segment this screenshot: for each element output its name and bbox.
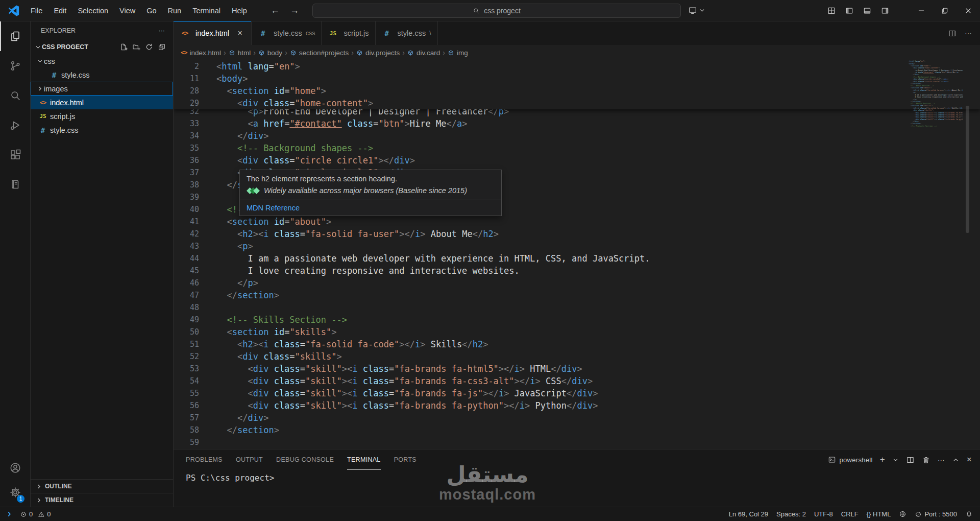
sticky-line: 29 <div class="home-content"> (174, 97, 980, 109)
new-terminal-icon[interactable]: + (880, 455, 885, 465)
panel-tab-output[interactable]: OUTPUT (236, 449, 263, 470)
code-line: 56 <div class="skill"><i class="fa-brand… (174, 399, 980, 412)
activity-explorer[interactable] (0, 21, 30, 51)
breadcrumb-item-section#projects[interactable]: section#projects (290, 49, 349, 57)
vscode-window: FileEditSelectionViewGoRunTerminalHelp ←… (0, 0, 980, 521)
status-ln-69-col-29[interactable]: Ln 69, Col 29 (729, 510, 768, 518)
tab-style.css[interactable]: #style.csscss (252, 21, 322, 45)
panel-left-icon[interactable] (843, 4, 856, 17)
status-port-5500[interactable]: Port : 5500 (915, 510, 957, 518)
status-bell-icon[interactable] (965, 510, 973, 518)
mdn-reference-link[interactable]: MDN Reference (240, 200, 501, 216)
breadcrumb-item-body[interactable]: body (258, 49, 282, 57)
layout-grid-icon[interactable] (825, 4, 838, 17)
breadcrumb-item-index.html[interactable]: <>index.html (181, 49, 221, 57)
activity-extensions[interactable] (0, 140, 30, 170)
tree-item-css[interactable]: css (31, 54, 173, 68)
status-utf-8[interactable]: UTF-8 (814, 510, 833, 518)
breadcrumb-item-div.projects[interactable]: div.projects (356, 49, 400, 57)
restore-icon[interactable] (933, 0, 957, 21)
sticky-line: 2<html lang="en"> (174, 60, 980, 73)
code-lines: 32 <p>Front-End Developer | Designer | F… (174, 109, 980, 449)
error-icon (20, 511, 27, 518)
bell-icon (965, 510, 973, 518)
line-number: 29 (174, 97, 199, 109)
code-line: 34 </div> (174, 130, 980, 142)
tree-item-script.js[interactable]: JSscript.js (31, 109, 173, 123)
breadcrumb-item-div.card[interactable]: div.card (407, 49, 440, 57)
editor-scrollbar[interactable] (966, 106, 969, 233)
maximize-panel-icon[interactable] (952, 456, 960, 464)
collapse-all-icon[interactable] (158, 43, 166, 51)
tab-style.css[interactable]: #style.css\ (376, 21, 438, 45)
more-actions-icon[interactable]: ··· (938, 456, 945, 464)
activity-run-debug[interactable] (0, 110, 30, 140)
panel-right-icon[interactable] (878, 4, 892, 17)
close-panel-icon[interactable]: × (967, 455, 972, 465)
activity-source-control[interactable] (0, 51, 30, 81)
kill-terminal-icon[interactable] (922, 456, 930, 464)
activity-search[interactable] (0, 81, 30, 110)
tree-item-images[interactable]: images (31, 82, 173, 96)
refresh-icon[interactable] (145, 43, 153, 51)
more-actions-icon[interactable]: ··· (159, 27, 165, 34)
chevron-down-icon[interactable] (892, 457, 899, 463)
menu-selection[interactable]: Selection (72, 5, 113, 17)
close-icon[interactable]: × (235, 29, 245, 38)
status-spaces-2[interactable]: Spaces: 2 (776, 510, 806, 518)
minimap[interactable]: <html lang="en"><body> <section id="home… (909, 60, 963, 449)
split-editor-icon[interactable] (948, 29, 957, 38)
line-number: 54 (174, 375, 199, 387)
problems-status[interactable]: 0 0 (20, 510, 51, 518)
menu-run[interactable]: Run (163, 5, 187, 17)
menu-view[interactable]: View (114, 5, 140, 17)
menu-go[interactable]: Go (141, 5, 161, 17)
status-crlf[interactable]: CRLF (841, 510, 859, 518)
sidebar-section-outline[interactable]: OUTLINE (31, 479, 173, 493)
new-folder-icon[interactable] (132, 43, 140, 51)
terminal-output[interactable]: PS C:\css progect> (174, 470, 980, 483)
line-number: 52 (174, 350, 199, 363)
tree-item-style.css[interactable]: #style.css (31, 68, 173, 82)
code-line: 35 <!-- Background shapes --> (174, 142, 980, 154)
tab-script.js[interactable]: JSscript.js (322, 21, 375, 45)
search-icon (473, 7, 480, 14)
activity-library[interactable] (0, 170, 30, 199)
panel-tab-terminal[interactable]: TERMINAL (347, 449, 381, 470)
menu-file[interactable]: File (26, 5, 47, 17)
panel-tab-ports[interactable]: PORTS (394, 449, 416, 470)
breadcrumb-item-html[interactable]: html (229, 49, 251, 57)
activity-settings[interactable]: 1 (0, 480, 30, 505)
panel-tab-problems[interactable]: PROBLEMS (186, 449, 223, 470)
menu-edit[interactable]: Edit (48, 5, 71, 17)
minimize-icon[interactable] (910, 0, 933, 21)
line-number: 45 (174, 265, 199, 277)
split-terminal-icon[interactable] (906, 456, 915, 464)
menu-help[interactable]: Help (227, 5, 252, 17)
close-icon[interactable] (957, 0, 980, 21)
tab-index.html[interactable]: <>index.html× (174, 21, 252, 45)
menubar: FileEditSelectionViewGoRunTerminalHelp (26, 5, 252, 17)
command-center-search[interactable]: css progect (312, 4, 681, 18)
panel-tab-debug-console[interactable]: DEBUG CONSOLE (276, 449, 334, 470)
more-actions-icon[interactable]: ··· (965, 29, 972, 37)
tree-item-style.css[interactable]: #style.css (31, 123, 173, 137)
explorer-section-header[interactable]: CSS PROGECT (31, 40, 173, 54)
breadcrumb-item-img[interactable]: img (448, 49, 468, 57)
forward-icon[interactable]: → (290, 5, 299, 16)
back-icon[interactable]: ← (271, 5, 280, 16)
status--html[interactable]: {} HTML (867, 510, 891, 518)
tree-item-index.html[interactable]: <>index.html (31, 96, 173, 109)
panel-bottom-icon[interactable] (861, 4, 874, 17)
remote-window-button[interactable] (688, 6, 705, 15)
status-globe-icon[interactable] (899, 510, 906, 518)
remote-indicator[interactable] (5, 510, 14, 518)
shell-selector[interactable]: powershell (828, 456, 872, 464)
menu-terminal[interactable]: Terminal (187, 5, 226, 17)
new-file-icon[interactable] (119, 43, 128, 51)
sidebar-section-timeline[interactable]: TIMELINE (31, 493, 173, 507)
activity-accounts[interactable] (0, 456, 30, 480)
minimap-line: <!-- Projects Section --> (909, 125, 963, 127)
code-editor[interactable]: 32 <p>Front-End Developer | Designer | F… (174, 60, 980, 449)
breadcrumb-separator: › (443, 49, 445, 57)
